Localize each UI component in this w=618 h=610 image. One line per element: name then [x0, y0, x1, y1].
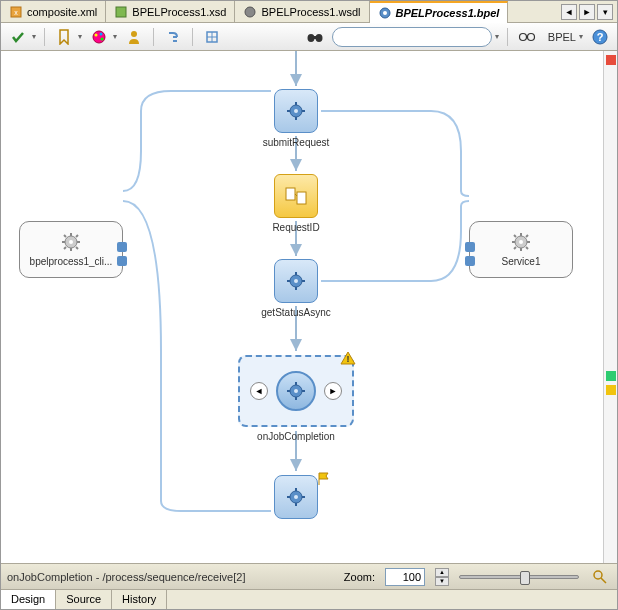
- svg-rect-45: [286, 188, 295, 200]
- tab-wsdl[interactable]: BPELProcess1.wsdl: [235, 1, 369, 23]
- binoculars-icon[interactable]: [304, 26, 326, 48]
- search-input[interactable]: [332, 27, 492, 47]
- zoom-input[interactable]: [385, 568, 425, 586]
- dropdown-icon[interactable]: ▾: [113, 32, 117, 41]
- partner-label: Service1: [502, 256, 541, 267]
- info-marker[interactable]: [606, 371, 616, 381]
- nav-prev-button[interactable]: ◄: [250, 382, 268, 400]
- svg-point-40: [294, 109, 298, 113]
- svg-point-6: [93, 31, 105, 43]
- tab-label: composite.xml: [27, 6, 97, 18]
- zoom-slider[interactable]: [459, 575, 579, 579]
- activity-get-status[interactable]: [274, 259, 318, 303]
- zoom-spinner: ▲ ▼: [435, 568, 449, 586]
- svg-point-54: [294, 389, 298, 393]
- xml-icon: x: [9, 5, 23, 19]
- gear-icon: [286, 487, 306, 507]
- svg-line-67: [601, 578, 606, 583]
- tab-bpel[interactable]: BPELProcess1.bpel: [370, 1, 509, 23]
- status-bar: onJobCompletion - /process/sequence/rece…: [1, 563, 617, 589]
- svg-point-7: [95, 33, 98, 36]
- tab-design[interactable]: Design: [1, 590, 56, 609]
- warning-marker[interactable]: [606, 385, 616, 395]
- activity-on-job-completion[interactable]: ◄ ► !: [238, 355, 354, 427]
- svg-line-37: [514, 247, 516, 249]
- expand-button[interactable]: [201, 26, 223, 48]
- help-button[interactable]: ?: [589, 26, 611, 48]
- link-button[interactable]: [162, 26, 184, 48]
- gear-icon: [286, 101, 306, 121]
- dropdown-icon[interactable]: ▾: [579, 32, 583, 41]
- tab-composite[interactable]: x composite.xml: [1, 1, 106, 23]
- xsd-icon: [114, 5, 128, 19]
- tab-label: BPELProcess1.bpel: [396, 7, 500, 19]
- link-port[interactable]: [465, 256, 475, 266]
- dropdown-icon[interactable]: ▾: [32, 32, 36, 41]
- bookmark-button[interactable]: [53, 26, 75, 48]
- partner-link-client[interactable]: bpelprocess1_cli...: [19, 221, 123, 278]
- bpel-canvas[interactable]: bpelprocess1_cli... Service1 submitReque…: [1, 51, 603, 563]
- svg-rect-2: [116, 7, 126, 17]
- svg-rect-14: [313, 36, 317, 39]
- svg-text:?: ?: [597, 31, 604, 43]
- tab-source[interactable]: Source: [56, 590, 112, 609]
- zoom-down-button[interactable]: ▼: [435, 577, 449, 586]
- svg-point-5: [383, 11, 387, 15]
- link-port[interactable]: [117, 256, 127, 266]
- gear-icon: [286, 381, 306, 401]
- tab-prev-button[interactable]: ◄: [561, 4, 577, 20]
- tab-nav: ◄ ► ▾: [557, 4, 617, 20]
- glasses-icon[interactable]: [516, 26, 538, 48]
- partner-label: bpelprocess1_cli...: [30, 256, 113, 267]
- svg-line-36: [526, 247, 528, 249]
- user-button[interactable]: [123, 26, 145, 48]
- overview-ruler[interactable]: [603, 51, 617, 563]
- editor-mode-tabs: Design Source History: [1, 589, 617, 609]
- dropdown-icon[interactable]: ▾: [495, 32, 499, 41]
- partner-link-service[interactable]: Service1: [469, 221, 573, 278]
- tab-next-button[interactable]: ►: [579, 4, 595, 20]
- activity-reply[interactable]: [274, 475, 318, 519]
- assign-icon: [285, 187, 307, 205]
- zoom-up-button[interactable]: ▲: [435, 568, 449, 577]
- svg-line-28: [76, 235, 78, 237]
- svg-line-27: [64, 247, 66, 249]
- svg-point-66: [594, 571, 602, 579]
- error-marker[interactable]: [606, 55, 616, 65]
- validate-button[interactable]: [7, 26, 29, 48]
- editor-tabs: x composite.xml BPELProcess1.xsd BPELPro…: [1, 1, 617, 23]
- tab-history[interactable]: History: [112, 590, 167, 609]
- tab-xsd[interactable]: BPELProcess1.xsd: [106, 1, 235, 23]
- activity-label: getStatusAsync: [236, 307, 356, 318]
- activity-submit-request[interactable]: [274, 89, 318, 133]
- palette-button[interactable]: [88, 26, 110, 48]
- zoom-label: Zoom:: [344, 571, 375, 583]
- svg-point-9: [101, 37, 104, 40]
- activity-label: submitRequest: [236, 137, 356, 148]
- svg-line-38: [526, 235, 528, 237]
- svg-text:!: !: [347, 354, 350, 364]
- warning-icon: !: [340, 351, 356, 365]
- flag-icon: [317, 472, 331, 486]
- receive-node[interactable]: [276, 371, 316, 411]
- nav-next-button[interactable]: ►: [324, 382, 342, 400]
- svg-line-35: [514, 235, 516, 237]
- svg-point-10: [131, 31, 137, 37]
- svg-point-61: [294, 495, 298, 499]
- svg-line-25: [64, 235, 66, 237]
- slider-thumb[interactable]: [520, 571, 530, 585]
- svg-point-16: [527, 33, 534, 40]
- svg-rect-46: [297, 192, 306, 204]
- link-port[interactable]: [465, 242, 475, 252]
- activity-request-id[interactable]: [274, 174, 318, 218]
- gear-icon: [286, 271, 306, 291]
- tab-label: BPELProcess1.wsdl: [261, 6, 360, 18]
- tab-label: BPELProcess1.xsd: [132, 6, 226, 18]
- status-path: onJobCompletion - /process/sequence/rece…: [7, 571, 334, 583]
- dropdown-icon[interactable]: ▾: [78, 32, 82, 41]
- svg-point-30: [519, 240, 523, 244]
- zoom-fit-button[interactable]: [589, 566, 611, 588]
- tab-list-button[interactable]: ▾: [597, 4, 613, 20]
- svg-point-48: [294, 279, 298, 283]
- link-port[interactable]: [117, 242, 127, 252]
